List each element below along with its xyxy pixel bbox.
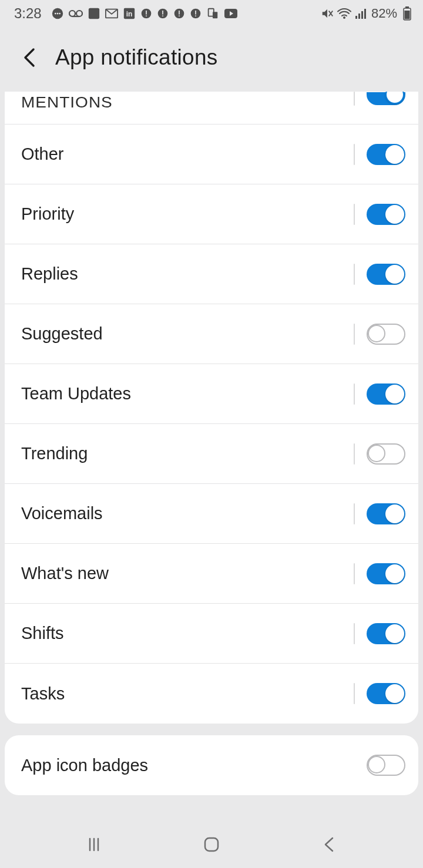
system-back-button[interactable] <box>311 827 347 862</box>
separator <box>354 623 355 644</box>
linkedin-icon: in <box>123 7 136 20</box>
system-nav-bar <box>0 821 423 868</box>
battery-icon <box>403 6 411 21</box>
svg-rect-24 <box>213 12 217 18</box>
separator <box>354 144 355 165</box>
svg-rect-13 <box>146 15 147 16</box>
svg-rect-12 <box>146 11 147 15</box>
svg-rect-21 <box>195 11 196 15</box>
recents-button[interactable] <box>76 827 112 862</box>
setting-row-mentions[interactable]: Mentions <box>5 92 418 125</box>
setting-row-priority[interactable]: Priority <box>5 184 418 244</box>
svg-point-5 <box>76 11 82 16</box>
alert-icon <box>140 8 152 19</box>
svg-rect-15 <box>162 11 163 15</box>
toggle-suggested[interactable] <box>367 324 405 345</box>
svg-rect-30 <box>358 14 360 19</box>
svg-rect-39 <box>205 838 218 851</box>
setting-row-suggested[interactable]: Suggested <box>5 304 418 364</box>
toggle-tasks[interactable] <box>367 683 405 704</box>
separator <box>354 563 355 584</box>
toggle-mentions[interactable] <box>367 92 405 105</box>
toggle-shifts[interactable] <box>367 623 405 644</box>
wifi-icon <box>337 8 351 19</box>
battery-percent: 82% <box>371 6 397 21</box>
separator <box>354 443 355 465</box>
app-icon-badges-card: App icon badges <box>5 735 418 795</box>
recents-icon <box>85 836 103 853</box>
setting-label: Shifts <box>21 624 64 643</box>
setting-label: Team Updates <box>21 384 131 403</box>
toggle-app-icon-badges[interactable] <box>367 755 405 776</box>
status-time: 3:28 <box>14 5 42 22</box>
svg-rect-29 <box>355 16 357 19</box>
device-icon <box>206 7 219 20</box>
chevron-left-icon <box>322 835 336 854</box>
page-header: App notifications <box>0 27 423 88</box>
setting-label: Voicemails <box>21 504 103 523</box>
alert-icon <box>173 8 185 19</box>
svg-point-2 <box>56 13 58 15</box>
app-icon <box>88 7 100 20</box>
svg-rect-7 <box>89 8 99 19</box>
alert-icon <box>157 8 169 19</box>
toggle-trending[interactable] <box>367 443 405 465</box>
svg-rect-16 <box>162 15 163 16</box>
toggle-whats-new[interactable] <box>367 563 405 584</box>
separator <box>354 383 355 405</box>
separator <box>354 324 355 345</box>
svg-point-1 <box>55 13 56 15</box>
status-notification-icons: in <box>51 7 238 20</box>
setting-row-team-updates[interactable]: Team Updates <box>5 364 418 424</box>
svg-text:in: in <box>126 10 132 18</box>
gmail-icon <box>105 8 118 19</box>
svg-rect-31 <box>361 11 363 19</box>
back-button[interactable] <box>18 46 41 69</box>
home-button[interactable] <box>194 827 229 862</box>
youtube-icon <box>224 8 238 19</box>
svg-rect-18 <box>179 11 180 15</box>
alert-icon <box>190 8 202 19</box>
setting-label: Priority <box>21 204 74 224</box>
mute-icon <box>321 7 334 20</box>
setting-label: Replies <box>21 264 78 284</box>
setting-label: What's new <box>21 564 109 583</box>
setting-label: App icon badges <box>21 756 148 775</box>
toggle-voicemails[interactable] <box>367 503 405 524</box>
svg-rect-35 <box>405 11 410 19</box>
separator <box>354 683 355 704</box>
separator <box>354 92 355 106</box>
setting-row-whats-new[interactable]: What's new <box>5 544 418 604</box>
setting-row-app-icon-badges[interactable]: App icon badges <box>5 735 418 795</box>
setting-label: Trending <box>21 444 88 463</box>
svg-point-4 <box>69 11 75 16</box>
setting-label: Mentions <box>21 92 113 112</box>
toggle-team-updates[interactable] <box>367 383 405 405</box>
notification-settings-card: Mentions Other Priority Replies Suggeste… <box>5 92 418 724</box>
status-bar: 3:28 in <box>0 0 423 27</box>
separator <box>354 264 355 285</box>
setting-row-shifts[interactable]: Shifts <box>5 604 418 664</box>
setting-row-other[interactable]: Other <box>5 125 418 184</box>
separator <box>354 503 355 524</box>
toggle-replies[interactable] <box>367 264 405 285</box>
chat-icon <box>51 7 64 20</box>
setting-row-trending[interactable]: Trending <box>5 424 418 484</box>
svg-rect-32 <box>364 9 366 19</box>
setting-label: Tasks <box>21 684 65 704</box>
page-title: App notifications <box>55 45 218 70</box>
setting-row-voicemails[interactable]: Voicemails <box>5 484 418 544</box>
svg-rect-22 <box>195 15 196 16</box>
voicemail-icon <box>69 9 83 18</box>
setting-label: Other <box>21 144 64 164</box>
signal-icon <box>355 8 368 19</box>
setting-row-replies[interactable]: Replies <box>5 244 418 304</box>
toggle-other[interactable] <box>367 144 405 165</box>
svg-rect-19 <box>179 15 180 16</box>
svg-point-3 <box>59 13 61 15</box>
setting-row-tasks[interactable]: Tasks <box>5 664 418 724</box>
chevron-left-icon <box>22 46 37 69</box>
setting-label: Suggested <box>21 324 103 344</box>
toggle-priority[interactable] <box>367 204 405 225</box>
separator <box>354 204 355 225</box>
